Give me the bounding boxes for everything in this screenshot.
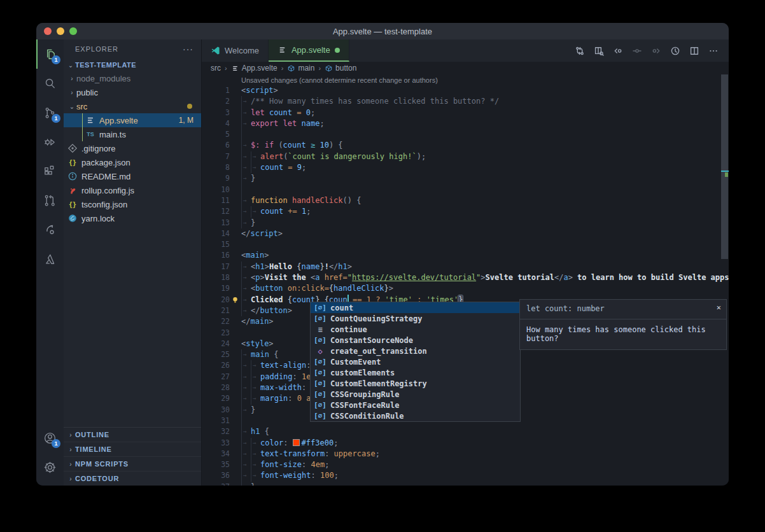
explorer-more-actions-button[interactable]: ··· xyxy=(183,44,193,54)
current-change-button[interactable] xyxy=(629,43,645,59)
line-number: 7 xyxy=(202,151,230,162)
file-tree-item-src[interactable]: ⌄src xyxy=(64,99,201,113)
split-editor-button[interactable] xyxy=(687,43,702,59)
suggestion-countqueuingstrategy[interactable]: [∅]CountQueuingStrategy xyxy=(311,313,520,324)
token: main xyxy=(250,317,269,326)
compare-changes-button[interactable] xyxy=(572,43,587,59)
token: main xyxy=(246,251,264,260)
token: = xyxy=(325,284,329,293)
file-tree-item-package-json[interactable]: {}package.json xyxy=(64,155,201,169)
file-tree-item-rollup-config-js[interactable]: rollup.config.js xyxy=(64,183,201,197)
gutter xyxy=(230,372,241,382)
panel-label: OUTLINE xyxy=(75,431,109,438)
previous-change-button[interactable] xyxy=(610,43,626,59)
activity-live-share-button[interactable] xyxy=(36,215,64,244)
token: ; xyxy=(325,460,329,469)
lightbulb-icon[interactable] xyxy=(230,295,241,305)
minimize-window-button[interactable] xyxy=(57,27,64,35)
close-window-button[interactable] xyxy=(44,27,52,35)
activity-run-debug-button[interactable] xyxy=(36,127,64,157)
tab-welcome[interactable]: Welcome xyxy=(202,39,269,62)
token: on:click xyxy=(288,284,325,293)
sidebar-panel-timeline[interactable]: ›TIMELINE xyxy=(64,442,201,457)
code-line: 10 xyxy=(202,185,729,195)
breadcrumb[interactable]: src›App.svelte›main›button xyxy=(202,62,729,74)
line-number: 37 xyxy=(202,482,230,486)
token: } xyxy=(384,284,389,293)
activity-explorer-button[interactable]: 1 xyxy=(36,39,64,69)
tree-indent-guide xyxy=(82,113,83,127)
token: script xyxy=(246,86,273,95)
token: ) { xyxy=(329,141,343,150)
more-actions-button[interactable] xyxy=(706,43,721,59)
symbol-variable-icon: [∅] xyxy=(313,412,327,420)
yarn-file-icon xyxy=(67,213,78,223)
token: alert xyxy=(260,152,283,161)
suggestion-cssfontfacerule[interactable]: [∅]CSSFontFaceRule xyxy=(311,400,520,410)
activity-accounts-button[interactable]: 1 xyxy=(36,423,64,452)
token: ! xyxy=(325,262,329,271)
breadcrumb-item-app-svelte[interactable]: App.svelte xyxy=(231,64,277,73)
breadcrumb-item-button[interactable]: button xyxy=(325,64,356,73)
suggestion-label: CustomElementRegistry xyxy=(330,379,427,388)
ts-file-icon: TS xyxy=(85,129,95,139)
close-icon[interactable]: ✕ xyxy=(717,303,721,312)
workspace-section-header[interactable]: ⌄ TEST-TEMPLATE xyxy=(64,59,201,71)
suggestion-cssconditionrule[interactable]: [∅]CSSConditionRule xyxy=(311,410,520,421)
activity-settings-button[interactable] xyxy=(36,452,64,482)
next-change-button[interactable] xyxy=(649,43,664,59)
file-tree-item-tsconfig-json[interactable]: {}tsconfig.json xyxy=(64,197,201,211)
file-tree-item-yarn-lock[interactable]: yarn.lock xyxy=(64,211,201,225)
line-content xyxy=(241,185,729,195)
editor-scrollbar[interactable] xyxy=(721,74,728,259)
token: 4em xyxy=(311,460,325,469)
suggestion-create_out_transition[interactable]: ◇create_out_transition xyxy=(311,346,520,356)
suggestion-cssgroupingrule[interactable]: [∅]CSSGroupingRule xyxy=(311,389,520,400)
activity-extensions-button[interactable] xyxy=(36,157,64,186)
sidebar-panel-codetour[interactable]: ›CODETOUR xyxy=(64,472,201,486)
tab-app-svelte[interactable]: App.svelte xyxy=(269,39,349,62)
gutter xyxy=(230,195,241,206)
file-tree-item-node-modules[interactable]: ›node_modules xyxy=(64,71,201,85)
activity-github-pull-request-button[interactable] xyxy=(36,186,64,215)
suggestion-constantsourcenode[interactable]: [∅]ConstantSourceNode xyxy=(311,335,520,346)
activity-bar: 11 1 xyxy=(36,39,64,486)
file-tree-item-readme-md[interactable]: README.md xyxy=(64,169,201,183)
file-tree-item-main-ts[interactable]: TSmain.ts xyxy=(64,127,201,141)
token: 100 xyxy=(320,471,334,480)
gutter xyxy=(230,108,241,118)
open-timeline-button[interactable] xyxy=(668,43,683,59)
suggestion-customelements[interactable]: [∅]customElements xyxy=(311,367,520,378)
file-tree-item--gitignore[interactable]: .gitignore xyxy=(64,141,201,155)
token: > xyxy=(288,306,292,315)
open-changes-editor-button[interactable] xyxy=(591,43,607,59)
activity-azure-button[interactable] xyxy=(36,244,64,274)
zoom-window-button[interactable] xyxy=(69,27,77,35)
breadcrumb-item-src[interactable]: src xyxy=(211,64,221,73)
line-number: 2 xyxy=(202,96,230,107)
token: > xyxy=(274,86,278,95)
token: export xyxy=(251,119,283,128)
suggestion-continue[interactable]: ≡continue xyxy=(311,324,520,335)
file-tree-item-app-svelte[interactable]: App.svelte1, M xyxy=(64,113,201,127)
breadcrumb-item-main[interactable]: main xyxy=(287,64,314,73)
azure-icon xyxy=(43,252,57,267)
sidebar-panel-outline[interactable]: ›OUTLINE xyxy=(64,428,201,442)
line-number: 21 xyxy=(202,305,230,316)
token: = xyxy=(343,273,347,282)
title-bar[interactable]: App.svelte — test-template xyxy=(36,23,729,39)
activity-source-control-button[interactable]: 1 xyxy=(36,98,64,127)
suggestion-customelementregistry[interactable]: [∅]CustomElementRegistry xyxy=(311,378,520,389)
symbol-variable-icon: [∅] xyxy=(313,314,327,323)
file-tree-item-public[interactable]: ›public xyxy=(64,85,201,99)
token: ; xyxy=(306,207,311,216)
suggestion-label: CSSFontFaceRule xyxy=(330,401,399,410)
activity-search-button[interactable] xyxy=(36,69,64,98)
sidebar-panel-npm-scripts[interactable]: ›NPM SCRIPTS xyxy=(64,457,201,472)
suggestion-count[interactable]: [∅]count xyxy=(311,302,520,313)
code-editor[interactable]: Unsaved changes (cannot determine recent… xyxy=(202,74,729,486)
token: let xyxy=(283,119,302,128)
suggestion-customevent[interactable]: [∅]CustomEvent xyxy=(311,356,520,367)
code-line: 14</script> xyxy=(202,228,729,239)
token: > xyxy=(347,262,352,271)
